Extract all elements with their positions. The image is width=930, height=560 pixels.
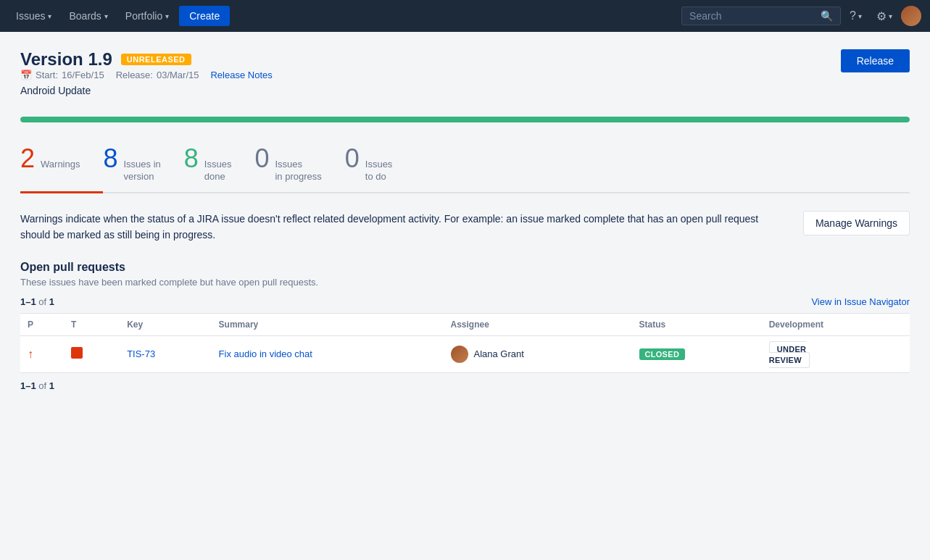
boards-label: Boards: [69, 10, 101, 22]
help-button[interactable]: ? ▾: [844, 5, 868, 27]
table-header-assignee: Assignee: [444, 313, 632, 335]
issues-label: Issues: [16, 10, 45, 22]
issues-to-do-label: Issuesto do: [365, 159, 393, 183]
bottom-pagination-start: 1–1: [20, 380, 36, 391]
status-badge: CLOSED: [639, 348, 686, 360]
issues-chevron-icon: ▾: [48, 12, 51, 20]
version-description: Android Update: [20, 85, 273, 96]
start-date: 📅 Start: 16/Feb/15: [20, 70, 104, 80]
user-avatar[interactable]: [901, 6, 921, 26]
main-content: Version 1.9 UNRELEASED 📅 Start: 16/Feb/1…: [0, 32, 930, 416]
pagination-of: of: [38, 296, 46, 307]
help-icon: ?: [850, 9, 856, 22]
summary-cell: Fix audio in video chat: [212, 335, 444, 372]
manage-warnings-button[interactable]: Manage Warnings: [803, 211, 910, 235]
warnings-section: Warnings indicate when the status of a J…: [20, 211, 910, 243]
portfolio-menu[interactable]: Portfolio ▾: [118, 6, 176, 26]
table-header-development: Development: [762, 313, 910, 335]
stat-issues-to-do[interactable]: 0 Issuesto do: [345, 140, 416, 192]
table-header-summary: Summary: [212, 313, 444, 335]
warnings-count: 2: [20, 146, 35, 172]
top-navigation: Issues ▾ Boards ▾ Portfolio ▾ Create 🔍 ?…: [0, 0, 930, 32]
start-date-value: 16/Feb/15: [62, 70, 104, 80]
search-icon: 🔍: [821, 10, 833, 22]
settings-button[interactable]: ⚙ ▾: [871, 5, 898, 28]
table-row: ↑ TIS-73 Fix audio in video chat: [20, 335, 910, 372]
settings-chevron-icon: ▾: [889, 12, 892, 20]
stat-warnings[interactable]: 2 Warnings: [20, 140, 103, 193]
portfolio-chevron-icon: ▾: [165, 12, 169, 20]
version-title: Version 1.9: [20, 49, 112, 70]
stat-issues-in-progress[interactable]: 0 Issuesin progress: [254, 140, 344, 192]
issues-in-version-label: Issues inversion: [124, 159, 161, 183]
progress-bar-container: [20, 117, 910, 122]
table-header-p: P: [20, 313, 64, 335]
stat-issues-done[interactable]: 8 Issuesdone: [184, 140, 255, 192]
stat-issues-in-version[interactable]: 8 Issues inversion: [103, 140, 183, 192]
bottom-pagination-total: 1: [49, 380, 54, 391]
pagination-text: 1–1 of 1: [20, 296, 54, 307]
release-notes-link[interactable]: Release Notes: [210, 70, 272, 80]
dev-badge: UNDERREVIEW: [769, 341, 810, 368]
bottom-pagination: 1–1 of 1: [20, 373, 910, 398]
status-cell: CLOSED: [632, 335, 762, 372]
assignee-info: Alana Grant: [451, 346, 625, 363]
issues-in-progress-label: Issuesin progress: [275, 159, 321, 183]
section-title: Open pull requests: [20, 261, 910, 274]
priority-high-icon: ↑: [28, 348, 33, 360]
open-pull-requests-section: Open pull requests These issues have bee…: [20, 261, 910, 398]
table-header-status: Status: [632, 313, 762, 335]
start-label: Start:: [36, 70, 58, 80]
version-header: Version 1.9 UNRELEASED 📅 Start: 16/Feb/1…: [20, 49, 910, 111]
development-cell: UNDERREVIEW: [762, 335, 910, 372]
search-input[interactable]: [689, 10, 816, 22]
avatar-image: [901, 6, 921, 26]
portfolio-label: Portfolio: [125, 10, 162, 22]
type-cell: [64, 335, 120, 372]
issues-table: P T Key Summary Assignee Status Developm…: [20, 313, 910, 373]
issues-menu[interactable]: Issues ▾: [9, 6, 59, 26]
boards-chevron-icon: ▾: [104, 12, 108, 20]
calendar-icon: 📅: [20, 70, 32, 80]
issue-key-link[interactable]: TIS-73: [127, 348, 155, 359]
issues-done-label: Issuesdone: [204, 159, 232, 183]
assignee-name: Alana Grant: [474, 348, 524, 359]
boards-menu[interactable]: Boards ▾: [62, 6, 115, 26]
pagination-row: 1–1 of 1 View in Issue Navigator: [20, 296, 910, 307]
priority-cell: ↑: [20, 335, 64, 372]
search-bar[interactable]: 🔍: [681, 7, 841, 25]
section-subtitle: These issues have been marked complete b…: [20, 277, 910, 288]
issues-to-do-count: 0: [345, 146, 360, 172]
pagination-total: 1: [49, 296, 54, 307]
view-in-issue-navigator-link[interactable]: View in Issue Navigator: [811, 296, 910, 307]
create-button[interactable]: Create: [179, 6, 230, 26]
issues-in-version-count: 8: [103, 146, 117, 172]
key-cell: TIS-73: [120, 335, 211, 372]
topnav-icons: ? ▾ ⚙ ▾: [844, 5, 921, 28]
warnings-label: Warnings: [41, 159, 80, 171]
release-label: Release:: [116, 70, 153, 80]
issues-in-progress-count: 0: [254, 146, 269, 172]
issue-summary-text[interactable]: Fix audio in video chat: [219, 348, 312, 359]
assignee-cell: Alana Grant: [444, 335, 632, 372]
release-button[interactable]: Release: [841, 49, 910, 72]
table-header-key: Key: [120, 313, 211, 335]
gear-icon: ⚙: [876, 9, 887, 23]
unreleased-badge: UNRELEASED: [121, 54, 191, 65]
warnings-description: Warnings indicate when the status of a J…: [20, 211, 789, 243]
release-date-value: 03/Mar/15: [157, 70, 199, 80]
table-header-t: T: [64, 313, 120, 335]
bug-type-icon: [71, 347, 83, 359]
issues-done-count: 8: [184, 146, 199, 172]
pagination-start: 1–1: [20, 296, 36, 307]
bottom-pagination-of: of: [38, 380, 46, 391]
stats-row: 2 Warnings 8 Issues inversion 8 Issuesdo…: [20, 140, 910, 193]
version-title-row: Version 1.9 UNRELEASED: [20, 49, 273, 70]
version-meta: 📅 Start: 16/Feb/15 Release: 03/Mar/15 Re…: [20, 70, 273, 80]
release-date: Release: 03/Mar/15: [116, 70, 199, 80]
help-chevron-icon: ▾: [858, 12, 862, 20]
assignee-avatar: [451, 346, 468, 363]
progress-bar-fill: [20, 117, 910, 122]
